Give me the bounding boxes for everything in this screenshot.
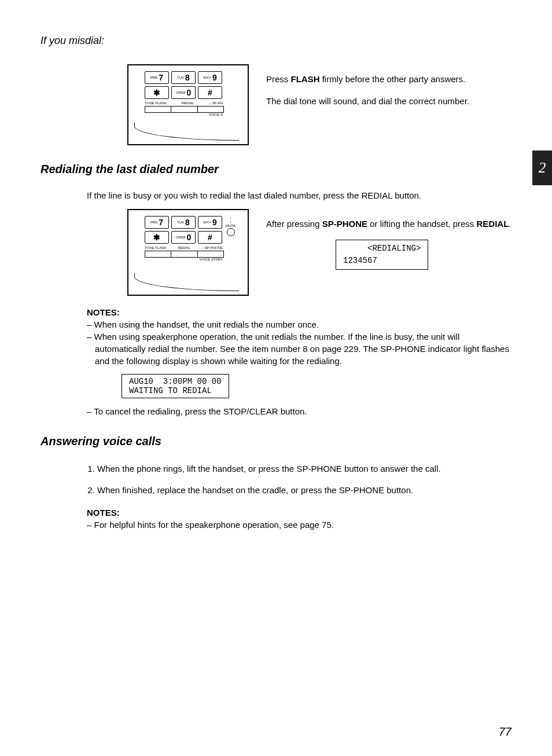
- keypad-key: WXY9: [198, 71, 222, 84]
- keypad-key: #: [198, 231, 222, 244]
- keypad-label: REDIAL: [182, 101, 194, 105]
- keypad-label: TONE FLASH: [145, 101, 167, 105]
- redial-heading: Redialing the last dialed number: [41, 163, 511, 176]
- page-number: 77: [499, 725, 511, 739]
- keypad-key: ✱: [145, 231, 169, 244]
- keypad-key: PRS7: [145, 216, 169, 229]
- keypad-label: REDIAL: [178, 246, 190, 249]
- answer-note: For helpful hints for the speakerphone o…: [87, 519, 511, 531]
- misdial-para1: Press FLASH firmly before the other part…: [266, 73, 511, 86]
- keypad-key: ✱: [145, 86, 169, 99]
- chapter-tab: 2: [532, 151, 552, 185]
- lcd-redialing: <REDIALING> 1234567: [336, 240, 428, 270]
- mute-label: MUTE: [226, 224, 235, 227]
- misdial-para2: The dial tone will sound, and dial the c…: [266, 95, 511, 108]
- keypad-key: OPER0: [171, 86, 196, 99]
- keypad-label: TONE FLASH: [145, 246, 167, 249]
- misdial-heading: If you misdial:: [41, 35, 511, 47]
- keypad-key: PRS7: [145, 71, 169, 84]
- lcd-waiting: AUG10 3:00PM 00 00 WAITING TO REDIAL: [122, 374, 229, 398]
- redial-note: To cancel the redialing, press the STOP/…: [87, 405, 511, 417]
- redial-intro: If the line is busy or you wish to redia…: [87, 190, 511, 200]
- keypad-key: OPER0: [171, 231, 196, 244]
- keypad-key: WXY9: [198, 216, 222, 229]
- keypad-illustration-redial: PRS7TUV8WXY9 ✱OPER0# ○| MUTE TONE FLASH …: [127, 209, 249, 296]
- keypad-key: #: [198, 86, 222, 99]
- mute-button-icon: [227, 228, 235, 236]
- keypad-key: TUV8: [171, 71, 196, 84]
- keypad-label: ○ SP-PHONE: [201, 246, 223, 249]
- redial-notes-head: NOTES:: [87, 307, 511, 317]
- redial-note: When using speakerphone operation, the u…: [87, 331, 511, 367]
- keypad-illustration-misdial: PRS7TUV8WXY9 ✱OPER0# TONE FLASH REDIAL ○…: [127, 64, 249, 145]
- keypad-voice-label: VOICE STDBY: [145, 258, 223, 261]
- answer-step: When the phone rings, lift the handset, …: [97, 463, 511, 475]
- answer-heading: Answering voice calls: [41, 435, 511, 448]
- keypad-label: ○ SP-PH: [209, 101, 223, 105]
- answer-step: When finished, replace the handset on th…: [97, 484, 511, 496]
- keypad-voice-label: VOICE S: [145, 113, 223, 116]
- keypad-key: TUV8: [171, 216, 196, 229]
- redial-note: When using the handset, the unit redials…: [87, 318, 511, 331]
- redial-para: After pressing SP-PHONE or lifting the h…: [266, 218, 511, 231]
- answer-notes-head: NOTES:: [87, 508, 511, 518]
